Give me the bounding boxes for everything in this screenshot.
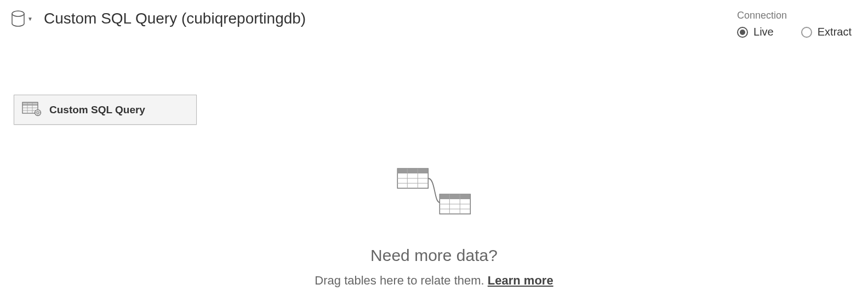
- svg-rect-11: [397, 169, 428, 173]
- datasource-dropdown[interactable]: ▼: [11, 10, 33, 27]
- custom-sql-icon: [22, 102, 42, 118]
- relate-tables-icon: [396, 167, 472, 219]
- connection-label: Connection: [737, 10, 852, 21]
- radio-icon: [737, 27, 748, 38]
- chevron-down-icon: ▼: [27, 16, 33, 22]
- empty-heading: Need more data?: [370, 246, 498, 265]
- connection-live-radio[interactable]: Live: [737, 26, 774, 38]
- database-icon: [11, 10, 25, 27]
- svg-rect-17: [439, 194, 470, 199]
- connection-extract-radio[interactable]: Extract: [801, 26, 852, 38]
- table-node-label: Custom SQL Query: [49, 104, 145, 116]
- svg-rect-2: [22, 102, 38, 105]
- radio-label-live: Live: [753, 26, 774, 38]
- radio-label-extract: Extract: [818, 26, 852, 38]
- datasource-title: Custom SQL Query (cubiqreportingdb): [44, 10, 306, 27]
- table-node-custom-sql[interactable]: Custom SQL Query: [14, 95, 197, 125]
- learn-more-link[interactable]: Learn more: [488, 274, 553, 287]
- empty-subtext: Drag tables here to relate them. Learn m…: [315, 274, 553, 288]
- svg-point-0: [12, 11, 24, 16]
- radio-icon: [801, 27, 812, 38]
- empty-subtext-text: Drag tables here to relate them.: [315, 274, 488, 287]
- empty-state: Need more data? Drag tables here to rela…: [315, 167, 553, 288]
